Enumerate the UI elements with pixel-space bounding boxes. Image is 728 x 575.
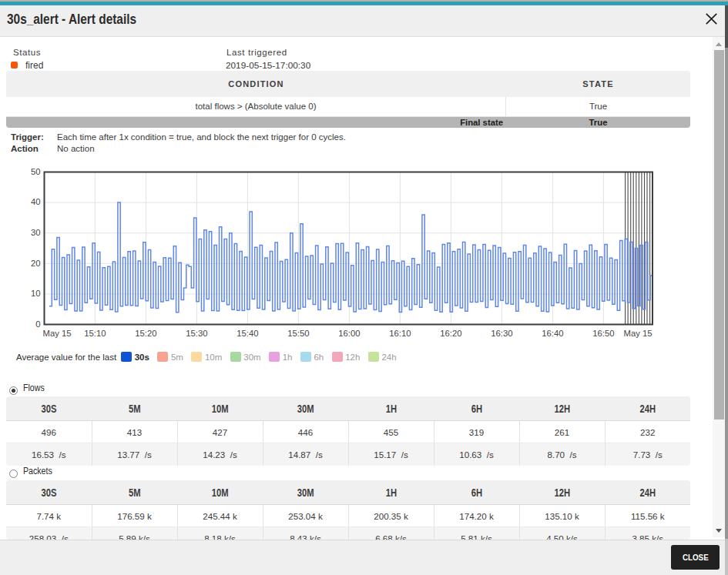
svg-text:15:40: 15:40 (237, 329, 258, 338)
svg-text:16:50: 16:50 (592, 329, 614, 338)
svg-text:16:10: 16:10 (389, 329, 411, 338)
svg-text:10: 10 (31, 289, 41, 298)
svg-text:16:00: 16:00 (338, 329, 360, 338)
svg-text:16:20: 16:20 (440, 329, 461, 338)
svg-text:15:10: 15:10 (84, 329, 106, 338)
svg-text:16:40: 16:40 (542, 329, 563, 338)
svg-text:0: 0 (35, 319, 40, 329)
svg-text:May 15: May 15 (623, 329, 652, 338)
svg-text:15:50: 15:50 (287, 329, 309, 338)
svg-text:40: 40 (31, 197, 41, 206)
svg-text:May 15: May 15 (42, 329, 71, 338)
svg-text:20: 20 (31, 259, 41, 268)
svg-text:16:30: 16:30 (491, 329, 512, 338)
svg-text:30: 30 (31, 228, 41, 237)
svg-text:15:20: 15:20 (135, 329, 156, 338)
svg-text:15:30: 15:30 (186, 329, 207, 338)
svg-text:50: 50 (31, 167, 41, 176)
